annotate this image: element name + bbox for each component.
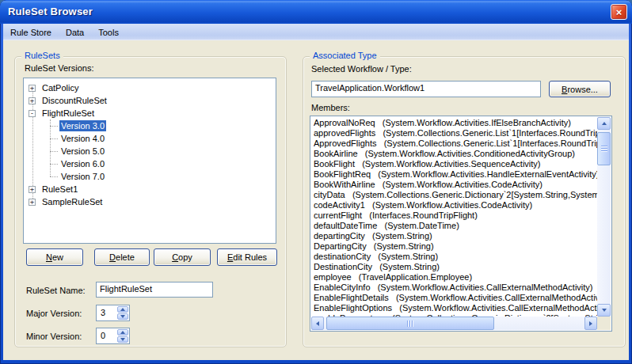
down-arrow-icon: [120, 338, 125, 341]
scrollbar-corner: [597, 317, 611, 330]
selected-workflow-label: Selected Workflow / Type:: [311, 64, 412, 74]
member-row[interactable]: defaultDateTime (System.DateTime): [314, 221, 597, 231]
client-area: RuleSets RuleSet Versions: +CatPolicy+Di…: [3, 40, 629, 360]
rulesets-groupbox: RuleSets RuleSet Versions: +CatPolicy+Di…: [14, 56, 287, 347]
collapse-icon[interactable]: -: [29, 110, 36, 117]
tree-item-label[interactable]: Version 7.0: [59, 171, 106, 182]
tree-item-label[interactable]: Version 4.0: [59, 133, 106, 144]
delete-button[interactable]: Delete: [94, 248, 150, 266]
close-button[interactable]: ×: [611, 4, 627, 20]
tree-item[interactable]: Version 3.0: [24, 119, 276, 132]
right-arrow-icon: [589, 321, 592, 326]
spin-up-button[interactable]: [117, 329, 128, 336]
tree-item[interactable]: Version 4.0: [24, 132, 276, 145]
spin-down-button[interactable]: [117, 313, 128, 320]
ruleset-versions-tree[interactable]: +CatPolicy+DiscountRuleSet-FlightRuleSet…: [23, 78, 276, 244]
tree-item[interactable]: +CatPolicy: [24, 82, 276, 94]
member-row[interactable]: EnableFlightDetails (System.Workflow.Act…: [314, 293, 597, 303]
tree-item-label[interactable]: Version 5.0: [59, 146, 106, 157]
member-row[interactable]: BookWithAirline (System.Workflow.Activit…: [314, 180, 597, 190]
up-arrow-icon: [602, 122, 607, 125]
major-version-label: Major Version:: [26, 309, 82, 318]
member-row[interactable]: destinationCity (System.String): [314, 252, 597, 262]
member-row[interactable]: employee (TravelApplication.Employee): [314, 272, 597, 282]
expand-icon[interactable]: +: [29, 199, 36, 206]
associated-type-group-title: Associated Type: [310, 51, 380, 60]
vertical-scroll-thumb[interactable]: [597, 132, 611, 165]
rulesets-group-title: RuleSets: [21, 51, 63, 60]
major-version-stepper[interactable]: 3: [96, 305, 130, 321]
minor-version-label: Minor Version:: [26, 332, 82, 341]
thumb-grip-icon: [407, 320, 413, 327]
new-button[interactable]: New: [26, 248, 83, 266]
member-row[interactable]: BookFlightReq (System.Workflow.Activitie…: [314, 169, 597, 180]
horizontal-scroll-thumb[interactable]: [326, 317, 494, 330]
expand-icon[interactable]: +: [29, 186, 36, 193]
left-arrow-icon: [316, 321, 319, 326]
member-row[interactable]: EnableFlightOptions (System.Workflow.Act…: [314, 303, 597, 313]
members-horizontal-scrollbar[interactable]: [311, 317, 597, 330]
scroll-up-button[interactable]: [597, 117, 611, 130]
member-row[interactable]: BookFlight (System.Workflow.Activities.S…: [314, 159, 597, 169]
member-row[interactable]: DepartingCity (System.String): [314, 241, 597, 252]
workflow-type-input[interactable]: TravelApplication.Workflow1: [311, 81, 541, 97]
tree-item-label[interactable]: SampleRuleSet: [40, 196, 104, 207]
tree-item[interactable]: +RuleSet1: [24, 183, 276, 195]
member-row[interactable]: EnableCityInfo (System.Workflow.Activiti…: [314, 282, 597, 293]
menu-tools[interactable]: Tools: [91, 26, 126, 39]
tree-item[interactable]: Version 7.0: [24, 170, 276, 183]
member-row[interactable]: approvedFlights (System.Collections.Gene…: [314, 128, 597, 138]
member-row[interactable]: ApprovedFlights (System.Collections.Gene…: [314, 138, 597, 149]
tree-item-label[interactable]: Version 6.0: [59, 158, 106, 169]
ruleset-name-input[interactable]: FlightRuleSet: [96, 282, 213, 298]
menu-data[interactable]: Data: [59, 26, 91, 39]
minor-version-value: 0: [97, 328, 116, 343]
tree-item-label[interactable]: Version 3.0: [59, 120, 106, 131]
window-title: RuleSet Browser: [8, 6, 93, 17]
edit-rules-button[interactable]: Edit Rules: [217, 248, 277, 266]
members-rows: ApprovalNoReq (System.Workflow.Activitie…: [311, 117, 597, 317]
member-row[interactable]: codeActivity1 (System.Workflow.Activitie…: [314, 200, 597, 210]
expand-icon[interactable]: +: [29, 85, 36, 92]
menubar: Rule Store Data Tools: [3, 24, 629, 40]
major-version-value: 3: [97, 305, 116, 320]
titlebar[interactable]: RuleSet Browser ×: [0, 0, 632, 24]
spin-down-button[interactable]: [117, 336, 128, 343]
copy-button[interactable]: Copy: [154, 248, 211, 266]
members-vertical-scrollbar[interactable]: [597, 117, 611, 317]
member-row[interactable]: ApprovalNoReq (System.Workflow.Activitie…: [314, 118, 597, 128]
scroll-right-button[interactable]: [584, 317, 597, 330]
up-arrow-icon: [120, 308, 125, 311]
browse-button[interactable]: Browse...: [549, 81, 611, 97]
member-row[interactable]: departingCity (System.String): [314, 231, 597, 241]
close-icon: ×: [616, 7, 622, 17]
scroll-down-button[interactable]: [597, 304, 611, 317]
down-arrow-icon: [602, 309, 607, 312]
member-row[interactable]: BookAirline (System.Workflow.Activities.…: [314, 149, 597, 159]
member-row[interactable]: currentFlight (Interfaces.RoundTripFligh…: [314, 210, 597, 221]
menu-rule-store[interactable]: Rule Store: [3, 26, 59, 39]
tree-item-label[interactable]: RuleSet1: [40, 184, 79, 195]
tree-item[interactable]: Version 6.0: [24, 157, 276, 170]
associated-type-groupbox: Associated Type Selected Workflow / Type…: [303, 56, 626, 347]
up-arrow-icon: [120, 331, 125, 334]
spin-up-button[interactable]: [117, 306, 128, 313]
ruleset-name-label: RuleSet Name:: [26, 286, 86, 295]
members-label: Members:: [311, 103, 350, 112]
tree-item-label[interactable]: CatPolicy: [40, 82, 80, 93]
tree-item[interactable]: Version 5.0: [24, 145, 276, 157]
tree-item-label[interactable]: DiscountRuleSet: [40, 95, 109, 106]
tree-item[interactable]: +SampleRuleSet: [24, 195, 276, 208]
down-arrow-icon: [120, 315, 125, 318]
expand-icon[interactable]: +: [29, 97, 36, 104]
ruleset-browser-window: RuleSet Browser × Rule Store Data Tools …: [0, 0, 632, 364]
ruleset-versions-label: RuleSet Versions:: [25, 63, 93, 73]
scroll-left-button[interactable]: [311, 317, 324, 330]
minor-version-stepper[interactable]: 0: [96, 328, 130, 344]
tree-item[interactable]: +DiscountRuleSet: [24, 94, 276, 107]
members-listbox[interactable]: ApprovalNoReq (System.Workflow.Activitie…: [310, 116, 612, 332]
tree-item-label[interactable]: FlightRuleSet: [40, 108, 96, 119]
member-row[interactable]: DestinationCity (System.String): [314, 262, 597, 272]
member-row[interactable]: cityData (System.Collections.Generic.Dic…: [314, 190, 597, 200]
tree-item[interactable]: -FlightRuleSet: [24, 107, 276, 119]
